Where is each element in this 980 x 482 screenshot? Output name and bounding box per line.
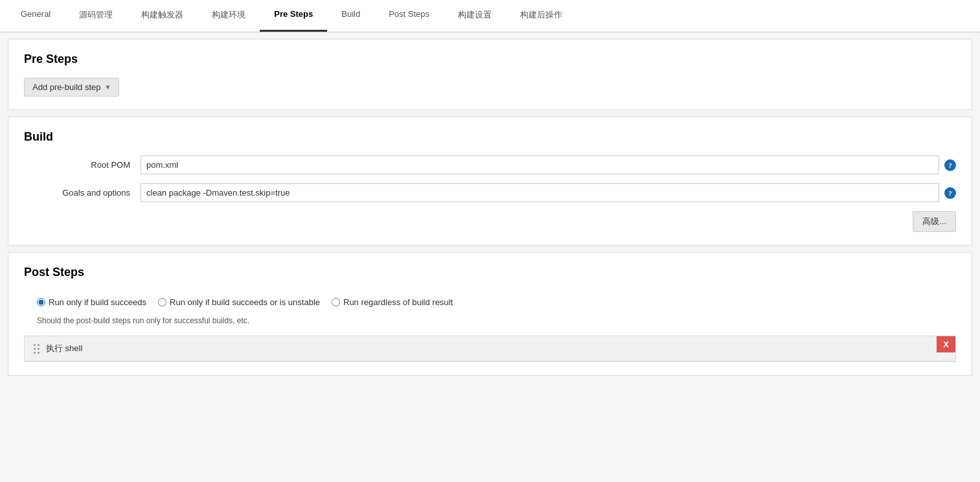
radio-group: Run only if build succeeds Run only if b…: [24, 291, 956, 314]
goals-input-wrap: ?: [141, 183, 956, 202]
root-pom-help-icon[interactable]: ?: [944, 159, 956, 171]
tab-source[interactable]: 源码管理: [65, 0, 127, 32]
radio-regardless-label: Run regardless of build result: [343, 297, 453, 307]
presteps-title: Pre Steps: [24, 52, 956, 66]
root-pom-input-wrap: ?: [141, 155, 956, 174]
presteps-section: Pre Steps Add pre-build step ▼: [8, 39, 972, 110]
tab-build[interactable]: Build: [327, 0, 374, 32]
build-title: Build: [24, 130, 956, 144]
radio-option-2[interactable]: Run only if build succeeds or is unstabl…: [158, 297, 320, 307]
tab-env[interactable]: 构建环境: [198, 0, 260, 32]
radio-option-1[interactable]: Run only if build succeeds: [37, 297, 146, 307]
tab-poststeps[interactable]: Post Steps: [374, 0, 444, 32]
root-pom-row: Root POM ?: [24, 155, 956, 174]
advanced-button[interactable]: 高级...: [913, 211, 956, 232]
goals-input[interactable]: [141, 183, 939, 202]
radio-regardless[interactable]: [332, 298, 340, 306]
tab-presteps[interactable]: Pre Steps: [260, 0, 327, 32]
shell-title: 执行 shell: [46, 343, 82, 354]
tab-general[interactable]: General: [6, 0, 65, 32]
advanced-row: 高级...: [24, 211, 956, 232]
drag-handle[interactable]: [34, 344, 40, 354]
tab-postbuild[interactable]: 构建后操作: [506, 0, 576, 32]
build-section: Build Root POM ? Goals and options ? 高级.…: [8, 117, 972, 246]
radio-succeeds[interactable]: [37, 298, 45, 306]
radio-unstable-label: Run only if build succeeds or is unstabl…: [170, 297, 320, 307]
root-pom-label: Root POM: [24, 160, 141, 170]
shell-close-button[interactable]: X: [937, 336, 955, 352]
radio-option-3[interactable]: Run regardless of build result: [332, 297, 453, 307]
root-pom-input[interactable]: [141, 155, 939, 174]
tab-trigger[interactable]: 构建触发器: [127, 0, 198, 32]
main-content: Pre Steps Add pre-build step ▼ Build Roo…: [0, 39, 980, 376]
tab-settings[interactable]: 构建设置: [444, 0, 506, 32]
add-step-label: Add pre-build step: [32, 82, 101, 92]
radio-hint: Should the post-build steps run only for…: [24, 314, 956, 332]
radio-succeeds-label: Run only if build succeeds: [49, 297, 146, 307]
goals-label: Goals and options: [24, 188, 141, 198]
shell-header: 执行 shell X: [25, 336, 955, 362]
dropdown-arrow-icon: ▼: [105, 84, 111, 91]
shell-block: 执行 shell X: [24, 336, 956, 362]
poststeps-section: Post Steps Run only if build succeeds Ru…: [8, 252, 972, 376]
goals-help-icon[interactable]: ?: [944, 187, 956, 199]
poststeps-title: Post Steps: [24, 266, 956, 279]
add-prebuild-step-button[interactable]: Add pre-build step ▼: [24, 78, 119, 97]
goals-row: Goals and options ?: [24, 183, 956, 202]
tab-bar: General源码管理构建触发器构建环境Pre StepsBuildPost S…: [0, 0, 980, 32]
radio-unstable[interactable]: [158, 298, 166, 306]
